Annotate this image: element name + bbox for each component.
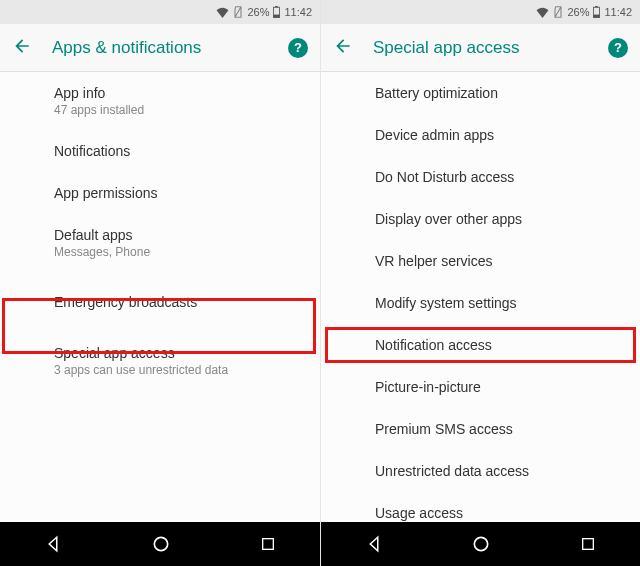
item-label: Modify system settings — [375, 295, 624, 311]
svg-point-3 — [154, 537, 167, 550]
battery-percent: 26% — [567, 6, 589, 18]
item-label: App info — [54, 85, 304, 101]
item-label: Device admin apps — [375, 127, 624, 143]
list-item-app-info[interactable]: App info 47 apps installed — [0, 72, 320, 130]
list-item-vr-helper[interactable]: VR helper services — [321, 240, 640, 282]
list-item-emergency-broadcasts[interactable]: Emergency broadcasts — [0, 272, 320, 323]
list-item-device-admin-apps[interactable]: Device admin apps — [321, 114, 640, 156]
item-sub: Messages, Phone — [54, 245, 304, 259]
clock: 11:42 — [284, 6, 312, 18]
item-label: Do Not Disturb access — [375, 169, 624, 185]
item-label: Emergency broadcasts — [54, 294, 304, 310]
help-icon[interactable]: ? — [608, 38, 628, 58]
nav-home-icon[interactable] — [151, 534, 171, 554]
phone-right: 26% 11:42 Special app access ? Battery o… — [320, 0, 640, 566]
phone-left: 26% 11:42 Apps & notifications ? App inf… — [0, 0, 320, 566]
list-item-picture-in-picture[interactable]: Picture-in-picture — [321, 366, 640, 408]
item-label: Premium SMS access — [375, 421, 624, 437]
clock: 11:42 — [604, 6, 632, 18]
item-label: Unrestricted data access — [375, 463, 624, 479]
list-item-notifications[interactable]: Notifications — [0, 130, 320, 172]
back-icon[interactable] — [12, 36, 32, 60]
back-icon[interactable] — [333, 36, 353, 60]
list-item-unrestricted-data[interactable]: Unrestricted data access — [321, 450, 640, 492]
list-item-dnd-access[interactable]: Do Not Disturb access — [321, 156, 640, 198]
status-bar: 26% 11:42 — [0, 0, 320, 24]
list-item-app-permissions[interactable]: App permissions — [0, 172, 320, 214]
page-title: Special app access — [373, 38, 588, 58]
list-item-premium-sms[interactable]: Premium SMS access — [321, 408, 640, 450]
svg-point-8 — [475, 537, 488, 550]
item-label: VR helper services — [375, 253, 624, 269]
item-label: Picture-in-picture — [375, 379, 624, 395]
nav-bar — [0, 522, 320, 566]
no-sim-icon — [233, 6, 243, 18]
app-bar: Apps & notifications ? — [0, 24, 320, 72]
list-item-modify-system-settings[interactable]: Modify system settings — [321, 282, 640, 324]
item-label: Notification access — [375, 337, 624, 353]
no-sim-icon — [553, 6, 563, 18]
list-item-display-over-apps[interactable]: Display over other apps — [321, 198, 640, 240]
item-label: Battery optimization — [375, 85, 624, 101]
list-item-notification-access[interactable]: Notification access — [321, 324, 640, 366]
list-item-special-app-access[interactable]: Special app access 3 apps can use unrest… — [0, 323, 320, 390]
list-item-default-apps[interactable]: Default apps Messages, Phone — [0, 214, 320, 272]
page-title: Apps & notifications — [52, 38, 268, 58]
nav-bar — [321, 522, 640, 566]
item-label: App permissions — [54, 185, 304, 201]
svg-rect-2 — [274, 15, 280, 18]
item-sub: 47 apps installed — [54, 103, 304, 117]
app-bar: Special app access ? — [321, 24, 640, 72]
item-label: Notifications — [54, 143, 304, 159]
wifi-icon — [216, 7, 229, 18]
item-label: Default apps — [54, 227, 304, 243]
help-icon[interactable]: ? — [288, 38, 308, 58]
nav-back-icon[interactable] — [365, 535, 383, 553]
list-item-usage-access[interactable]: Usage access — [321, 492, 640, 522]
svg-rect-4 — [262, 539, 273, 550]
battery-percent: 26% — [247, 6, 269, 18]
nav-back-icon[interactable] — [44, 535, 62, 553]
nav-recent-icon[interactable] — [260, 536, 276, 552]
item-label: Usage access — [375, 505, 624, 521]
list-item-battery-optimization[interactable]: Battery optimization — [321, 72, 640, 114]
status-bar: 26% 11:42 — [321, 0, 640, 24]
battery-icon — [273, 6, 280, 18]
item-label: Display over other apps — [375, 211, 624, 227]
nav-home-icon[interactable] — [471, 534, 491, 554]
item-sub: 3 apps can use unrestricted data — [54, 363, 304, 377]
svg-rect-9 — [582, 539, 593, 550]
settings-list: App info 47 apps installed Notifications… — [0, 72, 320, 522]
settings-list: Battery optimization Device admin apps D… — [321, 72, 640, 522]
battery-icon — [593, 6, 600, 18]
item-label: Special app access — [54, 345, 304, 361]
wifi-icon — [536, 7, 549, 18]
svg-rect-7 — [594, 15, 600, 18]
nav-recent-icon[interactable] — [580, 536, 596, 552]
